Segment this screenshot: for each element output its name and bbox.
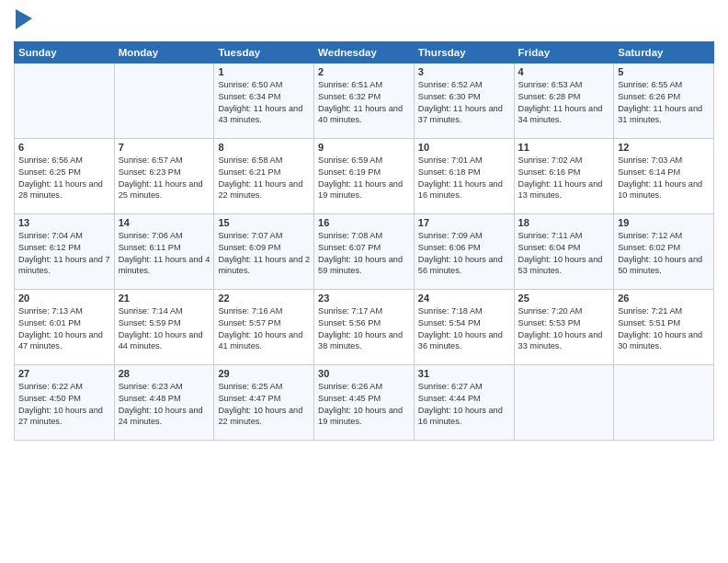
day-number: 10 bbox=[418, 142, 510, 153]
calendar-cell: 19Sunrise: 7:12 AM Sunset: 6:02 PM Dayli… bbox=[614, 213, 714, 289]
calendar-week-row: 13Sunrise: 7:04 AM Sunset: 6:12 PM Dayli… bbox=[15, 213, 714, 289]
day-number: 25 bbox=[518, 293, 610, 304]
day-info: Sunrise: 7:16 AM Sunset: 5:57 PM Dayligh… bbox=[218, 305, 310, 353]
day-info: Sunrise: 6:23 AM Sunset: 4:48 PM Dayligh… bbox=[119, 381, 210, 429]
day-info: Sunrise: 7:14 AM Sunset: 5:59 PM Dayligh… bbox=[119, 305, 210, 353]
day-info: Sunrise: 6:52 AM Sunset: 6:30 PM Dayligh… bbox=[418, 79, 510, 127]
calendar-cell: 14Sunrise: 7:06 AM Sunset: 6:11 PM Dayli… bbox=[114, 213, 214, 289]
day-info: Sunrise: 7:17 AM Sunset: 5:56 PM Dayligh… bbox=[318, 305, 410, 353]
calendar-cell: 25Sunrise: 7:20 AM Sunset: 5:53 PM Dayli… bbox=[514, 289, 614, 364]
day-number: 27 bbox=[18, 368, 110, 379]
weekday-header-monday: Monday bbox=[114, 41, 214, 63]
calendar-cell: 8Sunrise: 6:58 AM Sunset: 6:21 PM Daylig… bbox=[214, 138, 314, 213]
day-number: 16 bbox=[318, 217, 410, 228]
weekday-header-thursday: Thursday bbox=[414, 41, 514, 63]
calendar-cell: 27Sunrise: 6:22 AM Sunset: 4:50 PM Dayli… bbox=[15, 364, 115, 440]
day-info: Sunrise: 6:59 AM Sunset: 6:19 PM Dayligh… bbox=[318, 155, 410, 202]
day-number: 29 bbox=[218, 368, 310, 379]
day-number: 12 bbox=[618, 142, 710, 153]
day-info: Sunrise: 6:51 AM Sunset: 6:32 PM Dayligh… bbox=[318, 79, 410, 127]
calendar-week-row: 20Sunrise: 7:13 AM Sunset: 6:01 PM Dayli… bbox=[15, 289, 714, 364]
calendar-cell: 24Sunrise: 7:18 AM Sunset: 5:54 PM Dayli… bbox=[414, 289, 514, 364]
day-info: Sunrise: 6:53 AM Sunset: 6:28 PM Dayligh… bbox=[518, 79, 610, 127]
day-number: 9 bbox=[318, 142, 410, 153]
weekday-header-row: SundayMondayTuesdayWednesdayThursdayFrid… bbox=[15, 41, 714, 63]
day-number: 14 bbox=[119, 217, 210, 228]
day-number: 28 bbox=[119, 368, 210, 379]
day-number: 8 bbox=[218, 142, 310, 153]
day-info: Sunrise: 7:06 AM Sunset: 6:11 PM Dayligh… bbox=[119, 230, 210, 278]
calendar-cell: 31Sunrise: 6:27 AM Sunset: 4:44 PM Dayli… bbox=[414, 364, 514, 440]
day-info: Sunrise: 6:25 AM Sunset: 4:47 PM Dayligh… bbox=[218, 381, 310, 429]
day-info: Sunrise: 6:50 AM Sunset: 6:34 PM Dayligh… bbox=[218, 79, 310, 127]
day-info: Sunrise: 7:18 AM Sunset: 5:54 PM Dayligh… bbox=[418, 305, 510, 353]
day-info: Sunrise: 7:11 AM Sunset: 6:04 PM Dayligh… bbox=[518, 230, 610, 278]
day-info: Sunrise: 7:08 AM Sunset: 6:07 PM Dayligh… bbox=[318, 230, 410, 278]
day-info: Sunrise: 6:55 AM Sunset: 6:26 PM Dayligh… bbox=[618, 79, 710, 127]
weekday-header-tuesday: Tuesday bbox=[214, 41, 314, 63]
day-number: 18 bbox=[518, 217, 610, 228]
calendar-cell bbox=[114, 63, 214, 138]
weekday-header-friday: Friday bbox=[514, 41, 614, 63]
calendar-cell: 21Sunrise: 7:14 AM Sunset: 5:59 PM Dayli… bbox=[114, 289, 214, 364]
day-number: 31 bbox=[418, 368, 510, 379]
day-number: 30 bbox=[318, 368, 410, 379]
calendar-cell: 11Sunrise: 7:02 AM Sunset: 6:16 PM Dayli… bbox=[514, 138, 614, 213]
calendar-cell: 30Sunrise: 6:26 AM Sunset: 4:45 PM Dayli… bbox=[314, 364, 415, 440]
day-info: Sunrise: 7:12 AM Sunset: 6:02 PM Dayligh… bbox=[618, 230, 710, 278]
calendar-cell: 5Sunrise: 6:55 AM Sunset: 6:26 PM Daylig… bbox=[614, 63, 714, 138]
calendar-cell: 4Sunrise: 6:53 AM Sunset: 6:28 PM Daylig… bbox=[514, 63, 614, 138]
calendar-cell: 22Sunrise: 7:16 AM Sunset: 5:57 PM Dayli… bbox=[214, 289, 314, 364]
day-number: 15 bbox=[218, 217, 310, 228]
main-container: SundayMondayTuesdayWednesdayThursdayFrid… bbox=[0, 0, 728, 450]
day-number: 21 bbox=[119, 293, 210, 304]
calendar-table: SundayMondayTuesdayWednesdayThursdayFrid… bbox=[14, 41, 714, 441]
day-number: 13 bbox=[18, 217, 110, 228]
calendar-cell: 12Sunrise: 7:03 AM Sunset: 6:14 PM Dayli… bbox=[614, 138, 714, 213]
day-info: Sunrise: 6:56 AM Sunset: 6:25 PM Dayligh… bbox=[18, 155, 110, 202]
calendar-week-row: 27Sunrise: 6:22 AM Sunset: 4:50 PM Dayli… bbox=[15, 364, 714, 440]
day-number: 24 bbox=[418, 293, 510, 304]
day-number: 1 bbox=[218, 66, 310, 77]
weekday-header-sunday: Sunday bbox=[15, 41, 115, 63]
day-info: Sunrise: 7:09 AM Sunset: 6:06 PM Dayligh… bbox=[418, 230, 510, 278]
day-number: 6 bbox=[18, 142, 110, 153]
calendar-cell: 26Sunrise: 7:21 AM Sunset: 5:51 PM Dayli… bbox=[614, 289, 714, 364]
calendar-cell: 9Sunrise: 6:59 AM Sunset: 6:19 PM Daylig… bbox=[314, 138, 415, 213]
day-info: Sunrise: 6:27 AM Sunset: 4:44 PM Dayligh… bbox=[418, 381, 510, 429]
calendar-cell bbox=[514, 364, 614, 440]
logo-text bbox=[14, 9, 32, 34]
day-info: Sunrise: 6:57 AM Sunset: 6:23 PM Dayligh… bbox=[119, 155, 210, 202]
day-number: 3 bbox=[418, 66, 510, 77]
calendar-cell: 20Sunrise: 7:13 AM Sunset: 6:01 PM Dayli… bbox=[15, 289, 115, 364]
day-info: Sunrise: 6:26 AM Sunset: 4:45 PM Dayligh… bbox=[318, 381, 410, 429]
day-number: 23 bbox=[318, 293, 410, 304]
weekday-header-wednesday: Wednesday bbox=[314, 41, 415, 63]
logo-triangle-icon bbox=[16, 9, 32, 29]
calendar-cell: 6Sunrise: 6:56 AM Sunset: 6:25 PM Daylig… bbox=[15, 138, 115, 213]
day-info: Sunrise: 7:03 AM Sunset: 6:14 PM Dayligh… bbox=[618, 155, 710, 202]
day-info: Sunrise: 7:13 AM Sunset: 6:01 PM Dayligh… bbox=[18, 305, 110, 353]
calendar-cell: 3Sunrise: 6:52 AM Sunset: 6:30 PM Daylig… bbox=[414, 63, 514, 138]
calendar-cell: 7Sunrise: 6:57 AM Sunset: 6:23 PM Daylig… bbox=[114, 138, 214, 213]
day-number: 20 bbox=[18, 293, 110, 304]
day-info: Sunrise: 7:21 AM Sunset: 5:51 PM Dayligh… bbox=[618, 305, 710, 353]
day-number: 22 bbox=[218, 293, 310, 304]
day-info: Sunrise: 6:58 AM Sunset: 6:21 PM Dayligh… bbox=[218, 155, 310, 202]
calendar-cell bbox=[614, 364, 714, 440]
calendar-cell: 16Sunrise: 7:08 AM Sunset: 6:07 PM Dayli… bbox=[314, 213, 415, 289]
calendar-week-row: 1Sunrise: 6:50 AM Sunset: 6:34 PM Daylig… bbox=[15, 63, 714, 138]
header bbox=[14, 9, 714, 34]
day-info: Sunrise: 7:01 AM Sunset: 6:18 PM Dayligh… bbox=[418, 155, 510, 202]
calendar-cell: 10Sunrise: 7:01 AM Sunset: 6:18 PM Dayli… bbox=[414, 138, 514, 213]
calendar-cell: 15Sunrise: 7:07 AM Sunset: 6:09 PM Dayli… bbox=[214, 213, 314, 289]
day-number: 4 bbox=[518, 66, 610, 77]
day-number: 7 bbox=[119, 142, 210, 153]
logo bbox=[14, 9, 32, 34]
calendar-cell: 29Sunrise: 6:25 AM Sunset: 4:47 PM Dayli… bbox=[214, 364, 314, 440]
day-number: 26 bbox=[618, 293, 710, 304]
day-info: Sunrise: 7:07 AM Sunset: 6:09 PM Dayligh… bbox=[218, 230, 310, 278]
calendar-cell bbox=[15, 63, 115, 138]
day-info: Sunrise: 6:22 AM Sunset: 4:50 PM Dayligh… bbox=[18, 381, 110, 429]
calendar-cell: 23Sunrise: 7:17 AM Sunset: 5:56 PM Dayli… bbox=[314, 289, 415, 364]
